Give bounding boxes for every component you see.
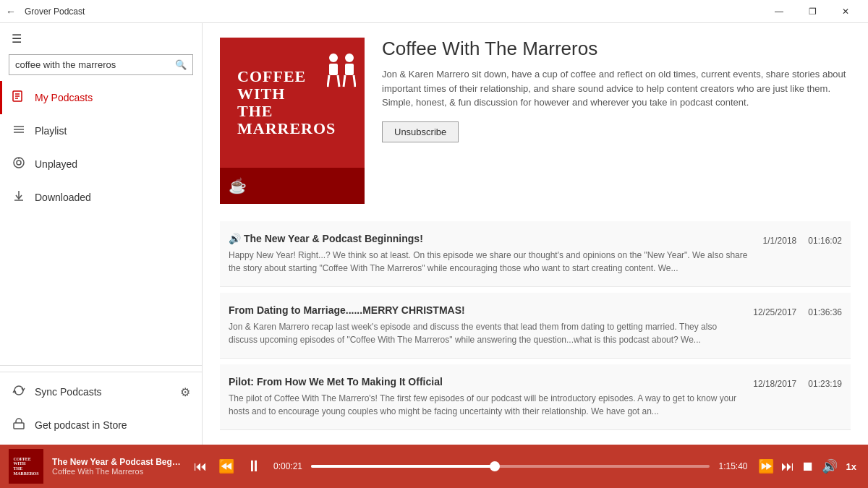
- episode-title: From Dating to Marriage......MERRY CHRIS…: [229, 304, 741, 316]
- search-input[interactable]: [9, 55, 192, 74]
- episode-main: Pilot: From How We Met To Making It Offi…: [229, 376, 741, 418]
- player-bar: COFFEEWITHTHEMARREROS The New Year & Pod…: [0, 445, 868, 488]
- player-skip-back-button[interactable]: ⏪: [216, 458, 237, 474]
- podcast-info: Coffee With The Marreros Jon & Karen Mar…: [382, 38, 851, 204]
- maximize-button[interactable]: ❐: [796, 0, 829, 23]
- episode-item[interactable]: 🔊 The New Year & Podcast Beginnings!Happ…: [220, 221, 851, 287]
- sidebar: ☰ 🔍 My Podcasts: [0, 23, 203, 445]
- sidebar-divider: [0, 365, 202, 366]
- svg-line-16: [338, 75, 339, 87]
- sidebar-item-downloaded[interactable]: Downloaded: [0, 181, 202, 214]
- svg-rect-14: [329, 64, 338, 75]
- player-thumbnail: COFFEEWITHTHEMARREROS: [9, 449, 43, 484]
- search-icon: 🔍: [175, 59, 187, 70]
- sync-label: Sync Podcasts: [35, 386, 102, 398]
- sidebar-item-unplayed[interactable]: Unplayed: [0, 147, 202, 181]
- close-button[interactable]: ✕: [829, 0, 862, 23]
- cover-art: CoffeeWithTheMarreros: [220, 38, 365, 168]
- episode-main: 🔊 The New Year & Podcast Beginnings!Happ…: [229, 233, 752, 275]
- player-speed[interactable]: 1x: [843, 460, 859, 474]
- episode-title: 🔊 The New Year & Podcast Beginnings!: [229, 233, 752, 244]
- episode-title: Pilot: From How We Met To Making It Offi…: [229, 376, 741, 388]
- svg-point-7: [14, 158, 24, 168]
- unsubscribe-button[interactable]: Unsubscribe: [382, 121, 459, 142]
- sidebar-item-playlist[interactable]: Playlist: [0, 114, 202, 147]
- progress-fill: [311, 465, 495, 468]
- player-skip-fwd-button[interactable]: ⏩: [757, 458, 775, 474]
- player-current-time: 0:00:21: [273, 461, 302, 471]
- episode-duration: 01:36:36: [808, 304, 842, 346]
- sync-icon: [12, 384, 26, 400]
- back-button[interactable]: ←: [6, 6, 16, 17]
- svg-line-15: [328, 75, 329, 87]
- search-container: 🔍: [9, 54, 193, 75]
- app-title: Grover Podcast: [25, 7, 762, 17]
- cover-strip: ☕: [220, 168, 365, 204]
- player-controls: ⏮ ⏪ ⏸: [191, 457, 265, 476]
- app-body: ☰ 🔍 My Podcasts: [0, 23, 868, 445]
- svg-point-17: [345, 53, 354, 62]
- episode-description: Happy New Year! Right...? We think so at…: [229, 249, 752, 275]
- my-podcasts-label: My Podcasts: [35, 92, 93, 103]
- sidebar-nav: My Podcasts Playlist: [0, 81, 202, 359]
- get-podcast-store-item[interactable]: Get podcast in Store: [0, 408, 202, 442]
- main-content: CoffeeWithTheMarreros: [203, 23, 868, 445]
- podcast-title: Coffee With The Marreros: [382, 38, 851, 60]
- hamburger-button[interactable]: ☰: [0, 23, 202, 54]
- playlist-label: Playlist: [35, 125, 67, 137]
- sidebar-bottom: Sync Podcasts ⚙ Get podcast in Store: [0, 372, 202, 445]
- episode-date: 1/1/2018: [763, 233, 797, 275]
- episode-date: 12/18/2017: [753, 376, 796, 418]
- playlist-icon: [12, 123, 26, 139]
- svg-point-13: [329, 53, 338, 62]
- episode-duration: 01:16:02: [808, 233, 842, 275]
- podcast-header: CoffeeWithTheMarreros: [220, 38, 851, 204]
- cover-figures: [327, 52, 356, 92]
- coffee-cup-icon: ☕: [229, 177, 247, 194]
- player-track-title: The New Year & Podcast Beginnings!: [52, 457, 182, 467]
- episode-main: From Dating to Marriage......MERRY CHRIS…: [229, 304, 741, 346]
- episode-description: The pilot of Coffee With The Marrero's! …: [229, 392, 741, 418]
- episode-duration: 01:23:19: [808, 376, 842, 418]
- player-stop-button[interactable]: ⏹: [800, 459, 816, 474]
- download-icon: [12, 189, 26, 205]
- progress-track[interactable]: [311, 465, 710, 468]
- player-right-controls: ⏩ ⏭ ⏹ 🔊 1x: [757, 458, 859, 474]
- minimize-button[interactable]: —: [762, 0, 796, 23]
- episode-list: 🔊 The New Year & Podcast Beginnings!Happ…: [220, 221, 851, 436]
- downloaded-label: Downloaded: [35, 192, 91, 203]
- unplayed-icon: [12, 156, 26, 172]
- svg-line-20: [354, 75, 355, 87]
- player-next-button[interactable]: ⏭: [780, 459, 796, 474]
- sidebar-item-my-podcasts[interactable]: My Podcasts: [0, 81, 202, 114]
- player-track-info: The New Year & Podcast Beginnings! Coffe…: [52, 457, 182, 476]
- titlebar: ← Grover Podcast — ❐ ✕: [0, 0, 868, 23]
- window-controls: — ❐ ✕: [762, 0, 862, 23]
- episode-item[interactable]: Pilot: From How We Met To Making It Offi…: [220, 364, 851, 430]
- episode-item[interactable]: From Dating to Marriage......MERRY CHRIS…: [220, 293, 851, 359]
- player-volume-button[interactable]: 🔊: [820, 458, 839, 474]
- podcast-description: Jon & Karen Marrero sit down, have a cup…: [382, 67, 851, 110]
- player-progress-bar[interactable]: [311, 465, 710, 468]
- player-track-subtitle: Coffee With The Marreros: [52, 467, 182, 476]
- svg-point-8: [17, 160, 21, 165]
- my-podcasts-icon: [12, 90, 26, 106]
- player-play-pause-button[interactable]: ⏸: [243, 457, 265, 476]
- store-icon: [12, 417, 26, 433]
- player-remaining-time: 1:15:40: [718, 461, 747, 471]
- episode-date: 12/25/2017: [753, 304, 796, 346]
- svg-rect-18: [345, 64, 354, 75]
- unplayed-label: Unplayed: [35, 158, 77, 170]
- progress-thumb[interactable]: [490, 461, 500, 471]
- sync-podcasts-item[interactable]: Sync Podcasts ⚙: [0, 375, 202, 408]
- store-label: Get podcast in Store: [35, 419, 127, 431]
- gear-icon[interactable]: ⚙: [180, 385, 190, 399]
- episode-description: Jon & Karen Marrero recap last week's ep…: [229, 320, 741, 346]
- svg-rect-12: [14, 423, 24, 429]
- svg-line-19: [344, 75, 345, 87]
- podcast-cover: CoffeeWithTheMarreros: [220, 38, 365, 204]
- player-rewind-button[interactable]: ⏮: [191, 459, 210, 474]
